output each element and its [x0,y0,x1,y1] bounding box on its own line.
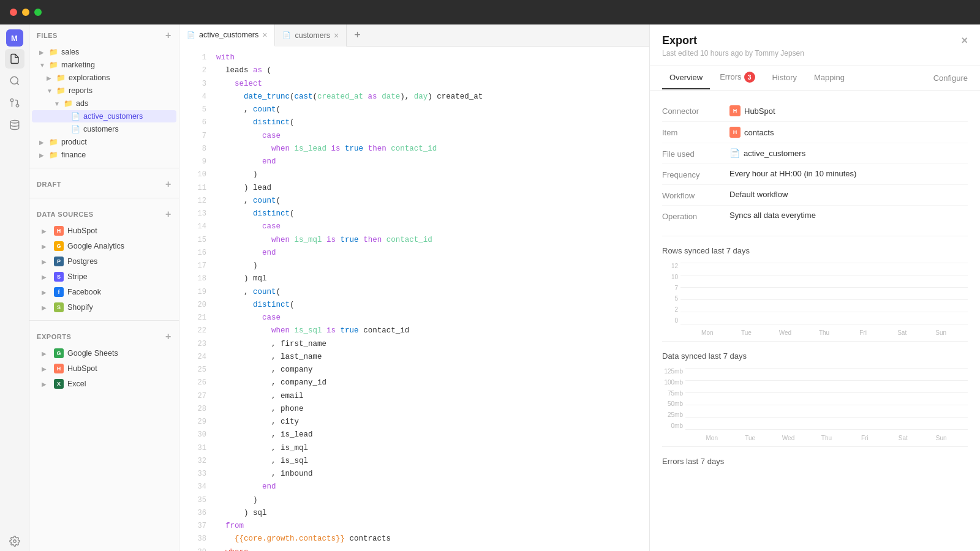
errors-chart-section: Errors last 7 days [650,447,980,478]
datasource-label: Facebook [67,288,101,296]
code-line: 12 , count( [179,195,649,208]
chevron-down-icon: ▼ [39,62,48,69]
file-customers[interactable]: ▶ 📄 customers [32,123,176,135]
add-datasource-button[interactable]: + [165,209,172,219]
code-line: 34 end [179,481,649,493]
tab-close-button[interactable]: × [262,30,267,40]
close-dot[interactable] [10,9,17,16]
overview-value: H HubSpot [729,105,968,116]
shopify-icon: S [54,302,64,312]
git-icon[interactable] [5,93,24,113]
app: M FILES + ▶ 📁 sales [0,0,980,551]
code-line: 26 , company_id [179,377,649,389]
chevron-right-icon: ▶ [42,274,50,280]
code-editor[interactable]: 1with 2 leads as ( 3 select 4 date_trunc… [179,47,649,551]
panel-close-button[interactable]: × [961,34,968,47]
tab-overview[interactable]: Overview [662,67,710,89]
folder-explorations[interactable]: ▶ 📁 explorations [32,72,176,84]
folder-ads[interactable]: ▼ 📁 ads [32,97,176,110]
export-hubspot[interactable]: ▶ H HubSpot [32,361,176,376]
datasource-stripe[interactable]: ▶ S Stripe [32,269,176,284]
folder-finance[interactable]: ▶ 📁 finance [32,149,176,161]
rows-chart-title: Rows synced last 7 days [662,246,968,255]
files-icon[interactable] [5,49,24,69]
data-sources-list: ▶ H HubSpot ▶ G Google Analytics ▶ P Pos… [29,223,179,315]
chevron-right-icon: ▶ [42,243,50,250]
folder-icon: 📁 [55,86,66,95]
code-line: 31 , is_mql [179,442,649,455]
minimize-dot[interactable] [22,9,29,16]
chevron-right-icon: ▶ [39,49,48,56]
overview-row-operation: Operation Syncs all data everytime [662,206,968,226]
chevron-down-icon: ▼ [54,100,62,107]
configure-button[interactable]: Configure [926,67,968,89]
file-active-customers[interactable]: ▶ 📄 active_customers [32,110,176,122]
export-google-sheets[interactable]: ▶ G Google Sheets [32,346,176,361]
chevron-right-icon: ▶ [39,139,48,146]
code-line: 22 when is_sql is true contact_id [179,324,649,337]
right-panel: Export × Last edited 10 hours ago by Tom… [649,24,980,551]
postgres-icon: P [54,257,64,266]
overview-row-connector: Connector H HubSpot [662,100,968,122]
code-line: 19 , count( [179,286,649,299]
editor-area: 📄 active_customers × 📄 customers × + 1wi… [179,24,649,551]
settings-icon[interactable] [5,531,24,551]
folder-sales[interactable]: ▶ 📁 sales [32,46,176,58]
code-line: 18 ) mql [179,272,649,285]
google-sheets-icon: G [54,348,64,358]
hubspot-icon: H [729,105,741,116]
file-icon: 📄 [187,31,195,39]
file-used-value: active_customers [744,149,805,158]
folder-reports[interactable]: ▼ 📁 reports [32,84,176,97]
tab-customers[interactable]: 📄 customers × [275,24,347,47]
errors-badge: 3 [744,72,755,83]
datasource-hubspot[interactable]: ▶ H HubSpot [32,223,176,238]
code-line: 35 ) [179,494,649,507]
add-file-button[interactable]: + [165,31,172,40]
avatar[interactable]: M [6,29,23,47]
hubspot-icon: H [54,226,64,236]
chevron-down-icon: ▼ [47,88,55,94]
tab-add-button[interactable]: + [347,29,368,42]
tab-label: customers [295,31,330,40]
datasource-label: Stripe [67,272,88,281]
datasource-label: Google Analytics [67,242,124,250]
database-icon[interactable] [5,115,24,135]
overview-label: Operation [662,211,729,221]
tab-mapping[interactable]: Mapping [807,67,852,89]
datasource-facebook[interactable]: ▶ f Facebook [32,285,176,299]
code-line: 1with [179,51,649,64]
code-line: 10 ) [179,168,649,181]
datasource-label: HubSpot [67,227,97,235]
overview-label: Workflow [662,190,729,200]
search-icon[interactable] [5,71,24,91]
code-line: 33 , inbound [179,468,649,481]
add-export-button[interactable]: + [165,332,172,342]
add-draft-button[interactable]: + [165,179,172,189]
datasource-shopify[interactable]: ▶ S Shopify [32,300,176,315]
tab-history[interactable]: History [765,67,804,89]
overview-row-frequency: Frequency Every hour at HH:00 (in 10 min… [662,164,968,185]
datasource-google-analytics[interactable]: ▶ G Google Analytics [32,239,176,253]
folder-icon: 📁 [62,99,74,108]
svg-point-2 [16,104,19,107]
code-line: 23 , first_name [179,338,649,351]
errors-chart-title: Errors last 7 days [662,457,968,466]
datasource-postgres[interactable]: ▶ P Postgres [32,254,176,269]
export-excel[interactable]: ▶ X Excel [32,377,176,391]
code-line: 30 , is_lead [179,429,649,441]
export-label: Excel [67,380,86,388]
tab-active-customers[interactable]: 📄 active_customers × [179,24,275,47]
folder-product[interactable]: ▶ 📁 product [32,136,176,148]
data-chart-section: Data synced last 7 days 125mb 100mb 75mb… [650,342,980,446]
tab-errors[interactable]: Errors3 [712,66,762,90]
facebook-icon: f [54,287,64,297]
frequency-value: Every hour at HH:00 (in 10 minutes) [729,169,856,178]
code-line: 5 , count( [179,103,649,116]
file-icon: 📄 [729,148,740,158]
code-line: 29 , city [179,416,649,429]
maximize-dot[interactable] [34,9,42,16]
tab-close-button[interactable]: × [334,31,339,40]
folder-marketing[interactable]: ▼ 📁 marketing [32,59,176,71]
chevron-right-icon: ▶ [42,228,50,234]
